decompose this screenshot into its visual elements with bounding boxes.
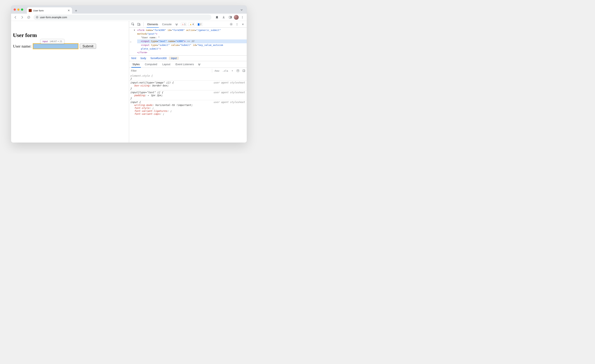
style-rules[interactable]: element.style { } input:not([type="image… — [129, 74, 247, 143]
styles-more-tabs-icon[interactable] — [197, 62, 202, 67]
tab-layout[interactable]: Layout — [160, 61, 173, 68]
inspect-element-icon[interactable] — [131, 22, 135, 27]
cls-toggle[interactable]: .cls — [221, 70, 230, 72]
tab-close-icon[interactable]: ✕ — [67, 9, 70, 12]
status-badges: ⦸1 ▲4 ▇2 — [181, 23, 203, 26]
profile-avatar[interactable] — [234, 15, 239, 20]
window-controls — [13, 6, 25, 14]
username-input[interactable] — [33, 43, 78, 49]
device-toolbar-icon[interactable] — [136, 22, 141, 27]
side-panel-icon[interactable] — [227, 14, 233, 20]
warnings-badge[interactable]: ▲4 — [188, 23, 195, 26]
crumb-form[interactable]: form#form300 — [149, 57, 169, 60]
downloads-icon[interactable] — [221, 14, 227, 20]
devtools-tabbar: Elements Console ⦸1 ▲4 ▇2 — [129, 21, 247, 28]
dom-tree[interactable]: ▼ <form name="form300" id="form300" acti… — [129, 28, 247, 56]
devtools-panel: Elements Console ⦸1 ▲4 ▇2 — [129, 21, 247, 143]
dom-breadcrumb[interactable]: html body form#form300 input — [129, 56, 247, 61]
user-form-row: User name: Submit — [13, 43, 129, 49]
browser-toolbar: user-form.example.com — [11, 14, 247, 21]
browser-tab[interactable]: User form ✕ — [27, 7, 72, 14]
more-tabs-icon[interactable] — [174, 22, 179, 27]
styles-sidebar-tabs: Styles Computed Layout Event Listeners — [129, 61, 247, 68]
chrome-menu-icon[interactable] — [239, 14, 245, 20]
selected-dom-node[interactable]: ⋯ <input type="text" name="n300"> == $0 — [137, 39, 247, 43]
inspect-tooltip: input 146.67 × 21 — [41, 39, 64, 44]
tab-styles[interactable]: Styles — [130, 61, 142, 68]
content-area: User form User name: Submit input 146.67… — [11, 21, 247, 143]
reload-button[interactable] — [26, 14, 32, 20]
forward-button[interactable] — [19, 14, 25, 20]
svg-rect-13 — [237, 70, 239, 72]
tabs-overflow-icon[interactable] — [239, 7, 244, 13]
new-tab-button[interactable]: ＋ — [73, 8, 79, 13]
address-bar[interactable]: user-form.example.com — [34, 14, 211, 20]
tab-elements[interactable]: Elements — [146, 21, 159, 28]
svg-point-10 — [237, 23, 237, 24]
back-button[interactable] — [13, 14, 18, 20]
url-text: user-form.example.com — [40, 16, 67, 19]
styles-filter-input[interactable] — [129, 69, 212, 72]
svg-point-5 — [242, 18, 243, 18]
site-info-icon[interactable] — [36, 16, 38, 19]
window-close[interactable] — [14, 8, 16, 11]
devtools-close-icon[interactable]: ✕ — [241, 22, 245, 27]
tab-event-listeners[interactable]: Event Listeners — [173, 61, 196, 68]
page-heading: User form — [13, 32, 129, 38]
new-style-rule-icon[interactable]: ＋ — [230, 69, 235, 72]
devtools-settings-icon[interactable] — [229, 22, 234, 27]
window-minimize[interactable] — [17, 8, 20, 11]
page-viewport: User form User name: Submit input 146.67… — [11, 21, 129, 143]
tab-strip: User form ✕ ＋ — [11, 6, 247, 14]
crumb-html[interactable]: html — [129, 57, 138, 60]
tooltip-tag: input — [42, 40, 48, 43]
styles-filter-bar: :hov .cls ＋ — [129, 68, 247, 74]
svg-rect-2 — [230, 16, 231, 18]
computed-styles-icon[interactable] — [235, 69, 241, 72]
crumb-input[interactable]: input — [169, 57, 179, 60]
username-label: User name: — [13, 44, 31, 49]
submit-button[interactable]: Submit — [80, 44, 96, 49]
svg-point-12 — [237, 25, 237, 25]
svg-point-4 — [242, 17, 243, 17]
svg-point-11 — [237, 24, 237, 24]
svg-point-9 — [231, 24, 232, 24]
svg-rect-14 — [243, 70, 245, 72]
crumb-body[interactable]: body — [138, 57, 148, 60]
tab-console[interactable]: Console — [161, 21, 173, 28]
tab-title: User form — [33, 9, 66, 12]
favicon-icon — [29, 9, 32, 12]
browser-window: User form ✕ ＋ user-form.example.com — [11, 6, 247, 143]
window-maximize[interactable] — [21, 8, 23, 11]
extensions-icon[interactable] — [214, 14, 220, 20]
toggle-sidebar-icon[interactable] — [241, 69, 247, 72]
tooltip-dims: 146.67 × 21 — [50, 40, 62, 43]
hov-toggle[interactable]: :hov — [212, 70, 221, 72]
tab-computed[interactable]: Computed — [143, 61, 159, 68]
svg-point-3 — [242, 16, 243, 17]
issues-badge[interactable]: ▇2 — [197, 23, 203, 26]
errors-badge[interactable]: ⦸1 — [181, 23, 187, 26]
devtools-menu-icon[interactable] — [235, 22, 239, 27]
